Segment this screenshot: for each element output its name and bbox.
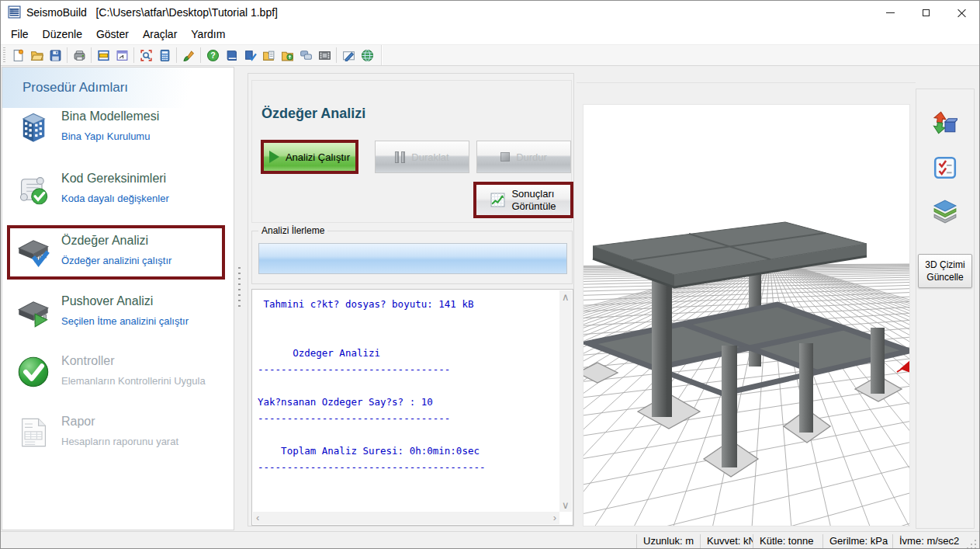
toolbar-separator: [91, 47, 92, 63]
scroll-left-icon[interactable]: ‹: [256, 513, 259, 523]
redraw-brush-icon[interactable]: [179, 46, 198, 64]
log-horizontal-scrollbar[interactable]: ‹ ›: [253, 512, 559, 524]
open-file-icon[interactable]: [27, 46, 46, 64]
analysis-progress-group: Analizi İlerleme: [251, 231, 573, 284]
sidebar-item-eigenvalue-analysis[interactable]: Özdeğer Analizi Özdeğer analizini çalışt…: [7, 225, 225, 280]
zoom-extents-icon[interactable]: [137, 46, 155, 64]
tutorial-check-icon[interactable]: [241, 46, 259, 64]
toolbar-separator: [133, 47, 134, 63]
status-force-unit: Kuvvet: kN: [700, 534, 753, 548]
view-tools-panel: 3D Çizimi Güncelle: [916, 89, 975, 529]
manual-icon[interactable]: [222, 46, 241, 64]
new-file-icon[interactable]: [9, 46, 27, 64]
sidebar-item-subtitle: Hesapların raporunu yarat: [61, 436, 178, 447]
calculator-icon[interactable]: [155, 46, 174, 64]
close-button[interactable]: [944, 1, 979, 24]
model-3d-view[interactable]: [583, 104, 910, 526]
minimize-button[interactable]: [872, 1, 908, 24]
seismobuild-window: SeismoBuild [C:\Users\atfar\Desktop\Tuto…: [0, 0, 980, 549]
status-accel-unit: İvme: m/sec2: [892, 534, 964, 548]
titlebar[interactable]: SeismoBuild [C:\Users\atfar\Desktop\Tuto…: [1, 1, 979, 24]
progress-group-label: Analizi İlerleme: [258, 225, 327, 236]
printer-icon[interactable]: [70, 46, 88, 64]
sidebar-item-title: Bina Modellemesi: [61, 109, 159, 123]
eigenvalue-analysis-panel: Özdeğer Analizi Analizi Çalıştır Durakla…: [244, 67, 577, 530]
sidebar-item-pushover-analysis[interactable]: Pushover Analizi Seçilen İtme analizini …: [10, 289, 229, 340]
toolbar: ?: [1, 44, 979, 66]
statusbar: Uzunluk: m Kuvvet: kN Kütle: tonne Geril…: [1, 531, 979, 549]
website-icon[interactable]: [358, 46, 376, 64]
scroll-up-icon[interactable]: ∧: [562, 292, 570, 302]
toolbar-grip[interactable]: [3, 47, 5, 63]
sidebar-item-subtitle: Seçilen İtme analizini çalıştır: [61, 315, 189, 327]
menu-tools[interactable]: Araçlar: [136, 25, 184, 43]
pushover-chip-icon: [16, 295, 50, 329]
show-results-label: SonuçlarıGörüntüle: [511, 188, 556, 213]
folder-license-icon[interactable]: [278, 46, 296, 64]
save-icon[interactable]: [46, 46, 64, 64]
menu-view[interactable]: Göster: [89, 25, 136, 43]
window-rename-icon[interactable]: [113, 46, 131, 64]
help-icon[interactable]: ?: [203, 46, 222, 64]
svg-text:?: ?: [210, 50, 215, 60]
menubar: File Düzenle Göster Araçlar Yardım: [1, 24, 979, 44]
sidebar-item-subtitle: Özdeğer analizini çalıştır: [61, 255, 171, 266]
analysis-log-text: Tahmini c?kt? dosyas? boyutu: 141 kB Ozd…: [258, 296, 486, 475]
show-results-button[interactable]: SonuçlarıGörüntüle: [473, 182, 573, 218]
minimize-icon: [886, 12, 895, 13]
run-analysis-button[interactable]: Analizi Çalıştır: [261, 140, 358, 174]
maximize-button[interactable]: [908, 1, 944, 24]
sidebar-item-title: Pushover Analizi: [61, 294, 153, 308]
update-3d-label-line1: 3D Çizimi: [919, 259, 971, 271]
run-analysis-label: Analizi Çalıştır: [286, 151, 350, 163]
sidebar-splitter[interactable]: [234, 67, 244, 530]
seismobuild-logo-icon: [8, 5, 21, 19]
scroll-down-icon[interactable]: ∨: [562, 500, 570, 510]
sidebar-item-subtitle: Bina Yapı Kurulumu: [61, 130, 150, 142]
update-3d-drawing-button[interactable]: 3D Çizimi Güncelle: [918, 254, 972, 288]
stop-button[interactable]: Durdur: [476, 141, 571, 173]
forum-icon[interactable]: [296, 46, 315, 64]
analysis-progress-bar: [258, 243, 567, 274]
toolbar-end-separator: [381, 45, 382, 65]
folder-clipboard-icon[interactable]: [259, 46, 278, 64]
maximize-icon: [923, 9, 930, 16]
sidebar-item-code-requirements[interactable]: Kod Gereksinimleri Koda dayalı değişkenl…: [10, 166, 229, 217]
sidebar-item-checks[interactable]: Kontroller Elemanların Kontrollerini Uyg…: [10, 349, 229, 400]
update-3d-label-line2: Güncelle: [919, 271, 971, 283]
status-mass-unit: Kütle: tonne: [753, 534, 822, 548]
scroll-right-icon[interactable]: ›: [553, 513, 556, 523]
video-icon[interactable]: [315, 46, 334, 64]
update-3d-view-icon[interactable]: [929, 106, 961, 139]
checks-settings-icon[interactable]: [929, 151, 961, 184]
close-icon: [957, 9, 966, 17]
sidebar-item-building-modelling[interactable]: Bina Modellemesi Bina Yapı Kurulumu: [10, 104, 229, 155]
menu-help[interactable]: Yardım: [184, 25, 232, 43]
layers-icon[interactable]: [929, 195, 961, 228]
sidebar-item-title: Kontroller: [61, 354, 114, 368]
toolbar-separator: [336, 47, 337, 63]
menu-edit[interactable]: Düzenle: [36, 25, 89, 43]
section-view-icon[interactable]: [94, 46, 113, 64]
menu-file[interactable]: File: [4, 25, 36, 43]
resize-grip-icon[interactable]: [967, 538, 978, 549]
pause-button[interactable]: Duraklat: [375, 141, 469, 173]
status-length-unit: Uzunluk: m: [636, 534, 700, 548]
analysis-controls-group: Özdeğer Analizi Analizi Çalıştır Durakla…: [251, 80, 572, 223]
play-icon: [269, 151, 279, 163]
sidebar-item-title: Rapor: [61, 415, 95, 429]
toolbar-separator: [176, 47, 177, 63]
chart-icon: [490, 193, 505, 207]
building-3d-render: [583, 105, 910, 526]
procedure-steps-panel: Prosedür Adımları Bina Modellemesi Bina …: [2, 67, 234, 530]
sidebar-item-subtitle: Elemanların Kontrollerini Uygula: [61, 375, 206, 387]
splitter-handle-icon: [238, 267, 241, 308]
feedback-pen-icon[interactable]: [339, 46, 358, 64]
analysis-log[interactable]: Tahmini c?kt? dosyas? boyutu: 141 kB Ozd…: [251, 289, 573, 526]
pause-label: Duraklat: [411, 151, 448, 163]
log-vertical-scrollbar[interactable]: ∧ ∨: [559, 290, 572, 512]
sidebar-item-title: Özdeğer Analizi: [61, 234, 148, 248]
toolbar-separator: [200, 47, 201, 63]
panel-title: Özdeğer Analizi: [261, 106, 365, 122]
sidebar-item-report[interactable]: Rapor Hesapların raporunu yarat: [10, 409, 229, 460]
